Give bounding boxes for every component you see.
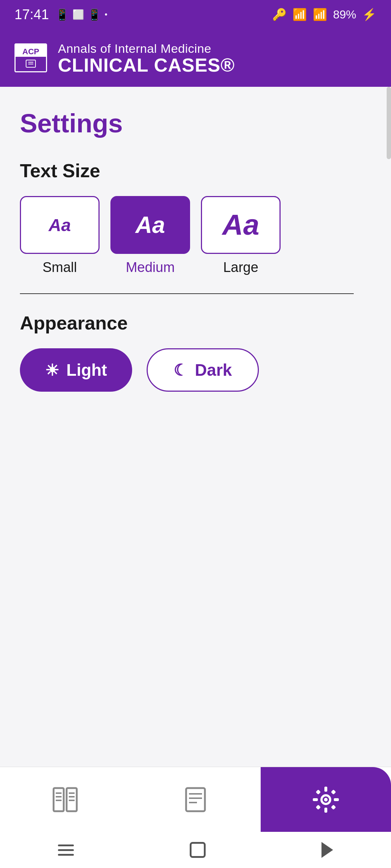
svg-rect-21: [316, 789, 321, 794]
acp-logo-text: ACP: [22, 47, 39, 56]
dark-mode-button[interactable]: ☾ Dark: [147, 348, 259, 392]
section-divider: [20, 293, 354, 294]
text-size-large-option[interactable]: Aa Large: [201, 196, 281, 275]
nav-articles[interactable]: [0, 767, 130, 832]
home-icon: [190, 842, 206, 858]
svg-rect-24: [331, 804, 336, 809]
text-size-label: Text Size: [20, 160, 371, 182]
acp-logo-box: ACP: [14, 43, 47, 72]
text-size-large-label: Large: [223, 260, 258, 275]
svg-rect-20: [334, 798, 339, 801]
appearance-label: Appearance: [20, 312, 371, 334]
recents-button[interactable]: [58, 844, 74, 856]
text-size-large-box[interactable]: Aa: [201, 196, 281, 254]
text-size-small-label: Small: [42, 260, 77, 275]
moon-icon: ☾: [173, 361, 188, 379]
light-label: Light: [66, 360, 107, 380]
svg-rect-19: [313, 798, 318, 801]
wifi-icon: 📶: [293, 8, 307, 21]
screen-icon: ⬜: [72, 9, 84, 20]
sun-icon: ☀: [45, 361, 59, 379]
acp-small-icon: [25, 59, 36, 69]
text-size-medium-box[interactable]: Aa: [110, 196, 190, 254]
dot-icon: •: [105, 10, 108, 19]
svg-rect-23: [316, 804, 321, 809]
text-size-options: Aa Small Aa Medium Aa Large: [20, 196, 371, 275]
status-icons: 📱 ⬜ 📱 •: [55, 8, 108, 21]
text-size-small-box[interactable]: Aa: [20, 196, 100, 254]
acp-logo: ACP: [14, 43, 47, 72]
recents-icon: [58, 844, 74, 856]
articles-icon: [51, 785, 80, 814]
back-button[interactable]: [321, 842, 333, 858]
status-time: 17:41: [14, 7, 49, 22]
app-header: ACP Annals of Internal Medicine CLINICAL…: [0, 29, 391, 87]
svg-point-16: [324, 798, 328, 801]
svg-rect-22: [331, 789, 336, 794]
svg-rect-17: [324, 787, 327, 792]
android-icon-2: 📱: [88, 8, 101, 21]
battery-icon: ⚡: [362, 8, 377, 21]
svg-rect-18: [324, 808, 327, 813]
text-size-small-option[interactable]: Aa Small: [20, 196, 100, 275]
text-size-large-aa: Aa: [222, 208, 259, 242]
main-content: Settings Text Size Aa Small Aa Medium: [0, 87, 391, 392]
nav-settings[interactable]: [261, 767, 391, 832]
annals-text: Annals of Internal Medicine: [58, 42, 235, 56]
battery-percent: 89%: [333, 8, 356, 21]
key-icon: 🔑: [272, 8, 287, 21]
acp-logo-bottom: [16, 57, 46, 71]
dark-label: Dark: [195, 360, 232, 380]
appearance-options: ☀ Light ☾ Dark: [20, 348, 371, 392]
android-icon-1: 📱: [55, 8, 69, 21]
text-size-medium-option[interactable]: Aa Medium: [110, 196, 190, 275]
status-left: 17:41 📱 ⬜ 📱 •: [14, 7, 108, 22]
light-mode-button[interactable]: ☀ Light: [20, 348, 132, 392]
text-size-medium-aa: Aa: [135, 212, 165, 238]
bottom-nav: [0, 767, 391, 832]
status-right: 🔑 📶 📶 89% ⚡: [272, 8, 377, 21]
text-size-section: Text Size Aa Small Aa Medium Aa: [20, 160, 371, 275]
bookmarks-icon: [181, 785, 210, 814]
svg-rect-11: [186, 788, 205, 811]
system-nav: [0, 832, 391, 868]
clinical-cases-text: CLINICAL CASES®: [58, 56, 235, 75]
text-size-medium-label: Medium: [126, 260, 175, 275]
journal-title: Annals of Internal Medicine CLINICAL CAS…: [58, 42, 235, 75]
back-icon: [321, 842, 333, 858]
appearance-section: Appearance ☀ Light ☾ Dark: [20, 312, 371, 392]
signal-icon: 📶: [313, 8, 327, 21]
page-title: Settings: [20, 109, 371, 138]
home-button[interactable]: [190, 842, 206, 858]
nav-bookmarks[interactable]: [130, 767, 261, 832]
status-bar: 17:41 📱 ⬜ 📱 • 🔑 📶 📶 89% ⚡: [0, 0, 391, 29]
text-size-small-aa: Aa: [49, 215, 71, 235]
settings-icon: [311, 785, 340, 814]
scrollbar[interactable]: [387, 87, 391, 159]
